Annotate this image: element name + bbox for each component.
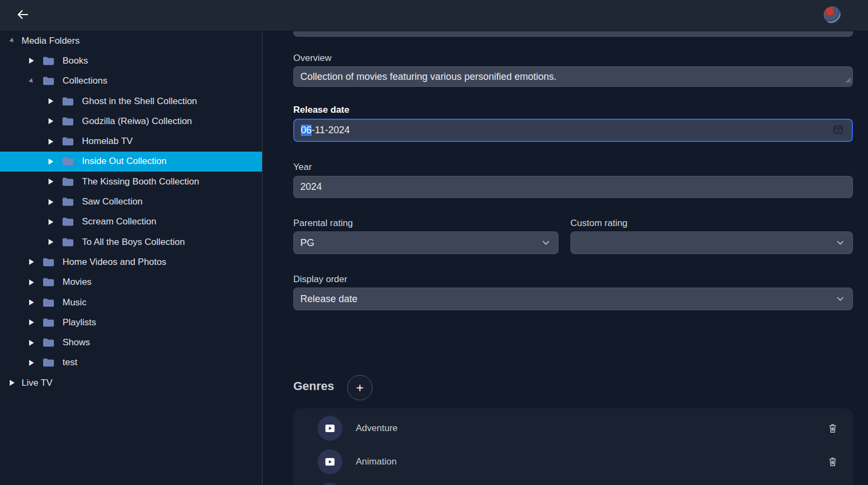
chevron-right-icon[interactable]	[46, 179, 55, 185]
genre-item-partial[interactable]	[293, 479, 853, 485]
sidebar-item-label: Music	[63, 297, 86, 308]
main-panel: Overview Collection of movies featuring …	[263, 31, 868, 485]
sidebar-item-the-kissing-booth-collection[interactable]: The Kissing Booth Collection	[0, 172, 262, 192]
sidebar-item-to-all-the-boys-collection[interactable]: To All the Boys Collection	[0, 232, 262, 252]
sidebar-item-label: Godzilla (Reiwa) Collection	[82, 116, 192, 127]
add-genre-button[interactable]: +	[347, 375, 373, 400]
sidebar-item-label: To All the Boys Collection	[82, 237, 185, 248]
genres-section-title: Genres	[293, 379, 334, 393]
chevron-right-icon[interactable]	[27, 259, 36, 265]
folder-icon	[43, 358, 54, 367]
chevron-right-icon[interactable]	[46, 98, 55, 104]
media-folders-tree: Media Folders Books Collections Ghost in…	[0, 31, 263, 485]
chevron-right-icon[interactable]	[46, 159, 55, 165]
folder-icon	[62, 136, 74, 146]
sidebar-item-label: Scream Collection	[82, 216, 156, 227]
overview-label: Overview	[293, 53, 332, 64]
plus-icon: +	[356, 380, 363, 395]
sidebar-item-home-videos-and-photos[interactable]: Home Videos and Photos	[0, 252, 262, 272]
folder-icon	[62, 217, 74, 227]
chevron-right-icon[interactable]	[27, 299, 36, 305]
parental-rating-select[interactable]: PG	[293, 231, 559, 254]
sidebar-item-collections[interactable]: Collections	[0, 71, 262, 91]
chevron-right-icon[interactable]	[27, 279, 36, 285]
genre-avatar	[318, 449, 342, 474]
chevron-right-icon[interactable]	[8, 380, 16, 386]
sidebar-item-music[interactable]: Music	[0, 292, 262, 312]
chevron-right-icon[interactable]	[46, 199, 55, 205]
chevron-expanded-icon[interactable]	[8, 38, 16, 44]
sidebar-item-label: Playlists	[63, 317, 96, 328]
sidebar-item-media-folders[interactable]: Media Folders	[0, 31, 262, 51]
metadata-editor-screen: Media Folders Books Collections Ghost in…	[0, 0, 868, 485]
chevron-right-icon[interactable]	[46, 239, 55, 245]
arrow-left-icon	[17, 10, 29, 22]
sidebar-item-label: Collections	[63, 76, 107, 86]
date-segment[interactable]: -11-2024	[312, 125, 350, 136]
folder-icon	[43, 76, 54, 86]
parental-rating-label: Parental rating	[293, 218, 353, 229]
sidebar-item-playlists[interactable]: Playlists	[0, 312, 262, 332]
display-order-value: Release date	[300, 293, 832, 305]
sidebar-item-label: Movies	[63, 277, 92, 288]
sidebar-item-godzilla-reiwa-collection[interactable]: Godzilla (Reiwa) Collection	[0, 111, 262, 131]
user-avatar[interactable]	[824, 6, 841, 23]
trash-icon	[829, 457, 837, 467]
sidebar-item-scream-collection[interactable]: Scream Collection	[0, 212, 262, 232]
sidebar-item-live-tv[interactable]: Live TV	[0, 373, 262, 393]
sidebar-item-label: Inside Out Collection	[82, 156, 167, 167]
sidebar-item-shows[interactable]: Shows	[0, 332, 262, 352]
folder-icon	[43, 298, 54, 308]
sidebar-item-inside-out-collection[interactable]: Inside Out Collection	[0, 152, 262, 172]
chevron-right-icon[interactable]	[46, 219, 55, 225]
folder-icon	[62, 177, 74, 187]
folder-icon	[62, 237, 74, 247]
display-order-label: Display order	[293, 274, 347, 285]
chevron-down-icon	[542, 241, 549, 245]
sidebar-item-homelab-tv[interactable]: Homelab TV	[0, 131, 262, 151]
sidebar-item-label: Media Folders	[22, 36, 80, 46]
chevron-right-icon[interactable]	[27, 340, 36, 346]
folder-icon	[62, 117, 74, 126]
sidebar-item-ghost-in-the-shell-collection[interactable]: Ghost in the Shell Collection	[0, 91, 262, 111]
sidebar-item-saw-collection[interactable]: Saw Collection	[0, 192, 262, 211]
custom-rating-label: Custom rating	[570, 218, 628, 229]
sidebar-item-label: The Kissing Booth Collection	[82, 176, 199, 187]
selected-date-segment[interactable]: 06	[301, 125, 312, 136]
chevron-right-icon[interactable]	[27, 319, 36, 325]
folder-icon	[43, 56, 54, 66]
clipped-input-field[interactable]	[293, 31, 853, 37]
parental-rating-value: PG	[300, 237, 538, 249]
sidebar-item-test[interactable]: test	[0, 353, 262, 373]
folder-icon	[43, 277, 54, 287]
chevron-right-icon[interactable]	[46, 139, 55, 145]
delete-genre-button[interactable]	[829, 457, 837, 467]
overview-textarea[interactable]: Collection of movies featuring various p…	[293, 66, 853, 87]
delete-genre-button[interactable]	[829, 423, 837, 433]
custom-rating-select[interactable]	[570, 231, 853, 254]
sidebar-item-label: Home Videos and Photos	[63, 257, 166, 268]
chevron-right-icon[interactable]	[27, 360, 36, 366]
sidebar-item-label: test	[63, 357, 77, 368]
sidebar-item-books[interactable]: Books	[0, 51, 262, 71]
display-order-select[interactable]: Release date	[293, 288, 853, 310]
app-header	[0, 0, 868, 31]
sidebar-item-label: Homelab TV	[82, 136, 133, 147]
sidebar-item-label: Books	[63, 56, 88, 66]
chevron-right-icon[interactable]	[27, 58, 36, 64]
sidebar-item-movies[interactable]: Movies	[0, 272, 262, 292]
chevron-down-icon	[837, 241, 844, 245]
chevron-right-icon[interactable]	[46, 118, 55, 124]
genre-item-adventure[interactable]: Adventure	[293, 412, 853, 445]
year-label: Year	[293, 162, 312, 173]
chevron-expanded-icon[interactable]	[27, 78, 36, 84]
folder-icon	[43, 338, 54, 347]
genres-list: Adventure Animation	[293, 408, 853, 485]
release-date-input[interactable]: 06-11-2024	[293, 119, 853, 142]
genre-item-animation[interactable]: Animation	[293, 445, 853, 479]
genre-label: Animation	[356, 456, 397, 467]
calendar-icon[interactable]	[833, 124, 843, 137]
back-button[interactable]	[13, 6, 32, 25]
folder-icon	[62, 197, 74, 207]
year-input[interactable]	[293, 176, 853, 198]
